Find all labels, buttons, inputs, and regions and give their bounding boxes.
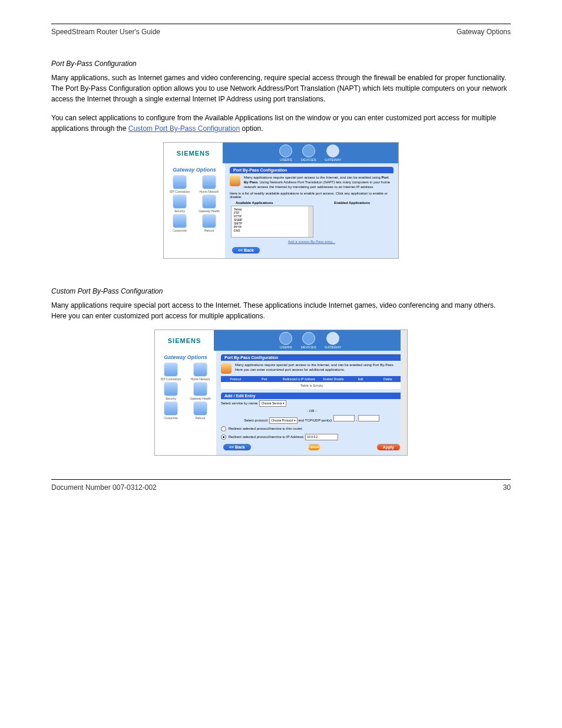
header-rule	[51, 24, 511, 24]
section2-p1: Many applications require special port a…	[51, 300, 511, 321]
tab-devices[interactable]: DEVICES	[300, 144, 316, 162]
port-to-input[interactable]	[358, 415, 379, 421]
sidebar-item-customize[interactable]: Customize	[165, 214, 194, 232]
doc-number: Document Number 007-0312-002	[51, 483, 157, 492]
reboot-icon	[193, 401, 207, 416]
home-network-icon	[202, 175, 216, 189]
scrollbar[interactable]	[308, 206, 313, 237]
sidebar-item-reboot[interactable]: Reboot	[186, 401, 215, 420]
add-custom-link[interactable]: Add a custom By-Pass entry...	[230, 238, 394, 247]
isp-icon	[164, 363, 178, 377]
sidebar-item-isp[interactable]: ISP Connection	[165, 175, 194, 193]
gateway-health-icon	[193, 382, 207, 396]
panel-title: Port By-Pass Configuration	[230, 167, 394, 173]
isp-icon	[173, 175, 187, 189]
tab-gateway[interactable]: GATEWAY	[325, 144, 342, 162]
available-apps-list[interactable]: Telnet FTP HTTP SNMP SMTP PPTP DNS	[231, 206, 313, 238]
tab-users-2[interactable]: USERS	[279, 332, 292, 349]
sidebar-item-isp[interactable]: ISP Connection	[156, 363, 186, 381]
list-item[interactable]: DNS	[234, 229, 310, 232]
siemens-logo: SIEMENS	[164, 143, 223, 163]
sidebar-item-customize[interactable]: Customize	[156, 401, 186, 420]
bypass-table-header: Protocol Port Redirected to IP Address E…	[221, 376, 402, 382]
section1-p2: You can select applications to configure…	[51, 113, 511, 134]
siemens-logo-2: SIEMENS	[155, 330, 214, 351]
figure-port-bypass: SIEMENS USERS DEVICES GATEWAY Gateway Op…	[163, 142, 399, 259]
section1-p1: Many applications, such as Internet game…	[51, 73, 511, 104]
radio-ip[interactable]	[221, 434, 226, 440]
header-left: SpeedStream Router User's Guide	[51, 28, 160, 36]
table-empty-msg: Table is Empty	[221, 382, 402, 389]
users-icon	[279, 332, 292, 345]
list-instruction: Here is a list of readily available appl…	[230, 192, 394, 201]
customize-icon	[173, 214, 187, 228]
devices-icon	[302, 332, 315, 345]
section-title-2: Custom Port By-Pass Configuration	[51, 287, 511, 295]
sidebar-item-security[interactable]: Security	[156, 382, 186, 400]
ip-input[interactable]: 10.0.0.2	[305, 434, 338, 440]
sidebar-item-health[interactable]: Gateway Health	[186, 382, 215, 400]
redirect-ip-row[interactable]: Redirect selected protocol/service to IP…	[221, 433, 402, 442]
sidebar-2: Gateway Options ISP Connection Home Netw…	[155, 351, 216, 455]
tab-users[interactable]: USERS	[279, 144, 292, 162]
sidebar-item-home[interactable]: Home Network	[194, 175, 224, 193]
gateway-icon	[326, 332, 339, 345]
figure-scrollbar[interactable]	[401, 330, 407, 455]
sidebar-item-reboot[interactable]: Reboot	[194, 214, 224, 232]
back-button[interactable]: << Back	[232, 247, 260, 253]
figure-custom-bypass: SIEMENS USERS DEVICES GATEWAY Gateway Op…	[154, 330, 408, 456]
page-footer: Document Number 007-0312-002 30	[51, 483, 511, 492]
bypass-icon	[221, 363, 232, 374]
protocol-row: Select protocol: Choose Protocol ▾ and T…	[221, 414, 402, 425]
header-right: Gateway Options	[457, 28, 511, 36]
protocol-select[interactable]: Choose Protocol ▾	[269, 417, 297, 424]
gateway-icon	[326, 144, 339, 157]
tab-gateway-2[interactable]: GATEWAY	[325, 332, 342, 349]
sidebar-item-security[interactable]: Security	[165, 195, 194, 213]
sidebar-title: Gateway Options	[165, 167, 224, 173]
sidebar: Gateway Options ISP Connection Home Netw…	[164, 163, 225, 258]
port-from-input[interactable]	[333, 415, 355, 421]
section-title-1: Port By-Pass Configuration	[51, 60, 511, 68]
back-button-2[interactable]: << Back	[223, 444, 251, 450]
page-header: SpeedStream Router User's Guide Gateway …	[51, 28, 511, 36]
page-number: 30	[503, 483, 511, 492]
redirect-router-row[interactable]: Redirect selected protocol/service to th…	[221, 425, 402, 433]
enabled-label: Enabled Applications	[334, 201, 370, 205]
reboot-icon	[202, 214, 216, 228]
service-select[interactable]: Choose Service ▾	[259, 400, 286, 407]
available-label: Available Applications	[236, 201, 273, 205]
security-icon	[173, 195, 187, 209]
users-icon	[279, 144, 292, 157]
service-row: Select service by name: Choose Service ▾	[221, 399, 402, 408]
sidebar-title-2: Gateway Options	[156, 354, 215, 360]
footer-rule	[51, 479, 511, 480]
bypass-icon	[230, 176, 240, 186]
devices-icon	[302, 144, 315, 157]
intro-text-2: Many applications require special port a…	[235, 363, 402, 374]
cancel-button[interactable]: Cancel	[308, 444, 320, 450]
intro-text: Many applications require special port a…	[244, 176, 394, 189]
radio-router[interactable]	[221, 426, 226, 431]
sidebar-item-home[interactable]: Home Network	[186, 363, 215, 381]
add-edit-bar: Add / Edit Entry	[221, 393, 402, 399]
gateway-health-icon	[202, 195, 216, 209]
apply-button[interactable]: Apply	[377, 444, 400, 450]
sidebar-item-health[interactable]: Gateway Health	[194, 195, 224, 213]
tab-devices-2[interactable]: DEVICES	[300, 332, 316, 349]
security-icon	[164, 382, 178, 396]
custom-bypass-link[interactable]: Custom Port By-Pass Configuration	[128, 124, 240, 133]
customize-icon	[164, 401, 178, 416]
or-divider: - OR -	[221, 408, 402, 414]
panel-title-2: Port By-Pass Configuration	[221, 354, 402, 361]
home-network-icon	[193, 363, 207, 377]
